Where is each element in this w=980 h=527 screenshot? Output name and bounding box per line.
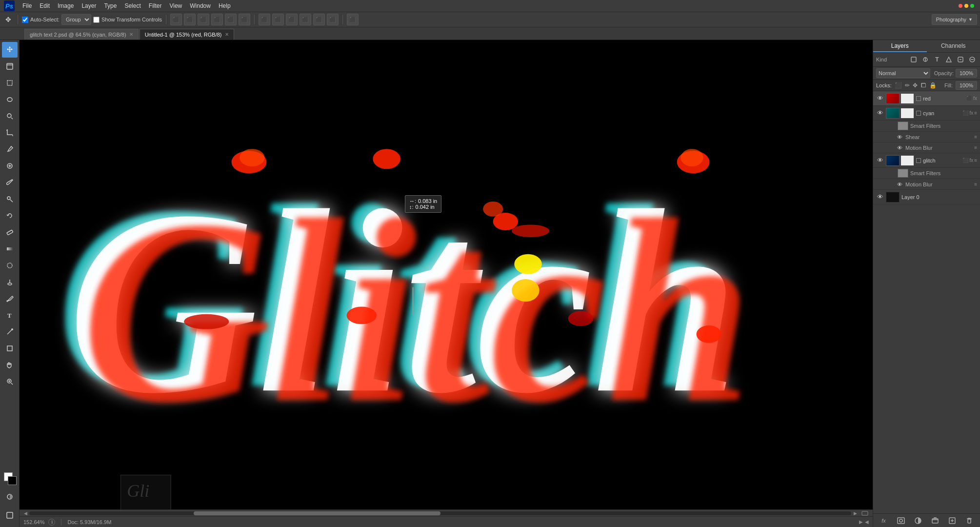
quick-select-tool[interactable] — [2, 108, 18, 124]
type-tool[interactable]: T — [2, 307, 18, 323]
history-brush-tool[interactable] — [2, 208, 18, 223]
pen-tool[interactable] — [2, 291, 18, 306]
align-left-btn[interactable]: ⬛ — [170, 14, 182, 25]
distribute-left-btn[interactable]: ⬛ — [259, 14, 270, 25]
menu-file[interactable]: File — [19, 1, 36, 10]
align-right-btn[interactable]: ⬛ — [198, 14, 209, 25]
filter-shear[interactable]: 👁 Shear ≡ — [873, 132, 980, 142]
artboard-tool[interactable] — [2, 59, 18, 74]
lock-position-btn[interactable]: ✥ — [913, 82, 918, 89]
filter-smart-btn[interactable] — [956, 55, 965, 64]
info-icon[interactable]: ℹ — [48, 519, 55, 526]
add-mask-btn[interactable] — [896, 515, 906, 526]
dodge-tool[interactable] — [2, 274, 18, 290]
shear-vis[interactable]: 👁 — [896, 133, 903, 141]
quick-mask-btn[interactable] — [2, 489, 18, 505]
layer-glitch-visibility[interactable]: 👁 — [876, 157, 884, 164]
background-color[interactable] — [8, 476, 17, 485]
filter-motion-blur-glitch[interactable]: 👁 Motion Blur ≡ — [873, 179, 980, 190]
menu-view[interactable]: View — [165, 1, 186, 10]
heal-tool[interactable] — [2, 158, 18, 174]
lasso-tool[interactable] — [2, 92, 18, 107]
crop-tool[interactable] — [2, 125, 18, 141]
play-btn[interactable]: ▶ — [859, 519, 863, 525]
prev-frame-btn[interactable]: ◀ — [865, 519, 869, 525]
clone-stamp-tool[interactable] — [2, 191, 18, 207]
align-bottom-btn[interactable]: ⬛ — [239, 14, 250, 25]
distribute-center-h-btn[interactable]: ⬛ — [272, 14, 284, 25]
delete-layer-btn[interactable] — [964, 515, 975, 526]
motion-blur-glitch-vis[interactable]: 👁 — [896, 181, 903, 188]
close-button[interactable] — [970, 4, 974, 8]
layer-0-visibility[interactable]: 👁 — [876, 193, 884, 201]
hand-tool[interactable] — [2, 357, 18, 373]
filter-type-btn[interactable]: T — [932, 55, 942, 64]
layer-cyan-visibility[interactable]: 👁 — [876, 109, 884, 117]
distribute-right-btn[interactable]: ⬛ — [286, 14, 298, 25]
tab-untitled[interactable]: Untitled-1 @ 153% (red, RGB/8) ✕ — [140, 29, 234, 40]
lock-all-btn[interactable]: 🔒 — [929, 82, 937, 89]
filter-motion-blur-cyan[interactable]: 👁 Motion Blur ≡ — [873, 142, 980, 153]
distribute-bottom-btn[interactable]: ⬛ — [327, 14, 339, 25]
tab-channels[interactable]: Channels — [927, 40, 980, 52]
layer-glitch-expand-icon[interactable]: ≡ — [974, 158, 977, 163]
shape-tool[interactable] — [2, 341, 18, 356]
menu-window[interactable]: Window — [186, 1, 215, 10]
new-fill-adj-btn[interactable] — [913, 515, 923, 526]
gradient-tool[interactable] — [2, 241, 18, 257]
layer-glitch[interactable]: 👁 glitch ⬛ fx ≡ — [873, 153, 980, 168]
menu-help[interactable]: Help — [215, 1, 235, 10]
motion-blur-cyan-vis[interactable]: 👁 — [896, 144, 903, 152]
filter-toggle-btn[interactable] — [967, 55, 977, 64]
scroll-left-btn[interactable]: ◀ — [21, 510, 29, 517]
eraser-tool[interactable] — [2, 224, 18, 240]
scroll-track[interactable] — [29, 511, 851, 515]
lock-transparent-btn[interactable]: ⬛ — [895, 82, 902, 89]
layer-0[interactable]: 👁 Layer 0 — [873, 190, 980, 204]
distribute-top-btn[interactable]: ⬛ — [300, 14, 311, 25]
add-fx-btn[interactable]: fx — [879, 515, 889, 526]
menu-image[interactable]: Image — [54, 1, 78, 10]
filter-shape-btn[interactable] — [944, 55, 954, 64]
layer-red[interactable]: 👁 red ⬛ fx — [873, 91, 980, 106]
layer-cyan-expand-icon[interactable]: ≡ — [974, 110, 977, 116]
opacity-input[interactable] — [956, 69, 977, 78]
layer-red-visibility[interactable]: 👁 — [876, 95, 884, 102]
eyedropper-tool[interactable] — [2, 142, 18, 157]
align-center-h-btn[interactable]: ⬛ — [184, 14, 196, 25]
arrange-btn[interactable]: ⬛ — [347, 14, 359, 25]
close-tab-0[interactable]: ✕ — [129, 32, 133, 37]
blur-tool[interactable] — [2, 258, 18, 273]
scroll-right-btn[interactable]: ▶ — [851, 510, 859, 517]
brush-tool[interactable] — [2, 175, 18, 190]
new-layer-btn[interactable] — [947, 515, 958, 526]
close-tab-1[interactable]: ✕ — [225, 32, 229, 37]
menu-edit[interactable]: Edit — [36, 1, 54, 10]
scroll-thumb[interactable] — [194, 511, 440, 515]
horizontal-scrollbar[interactable]: ◀ ▶ — [20, 509, 873, 516]
marquee-tool[interactable] — [2, 75, 18, 91]
distribute-middle-btn[interactable]: ⬛ — [313, 14, 325, 25]
menu-layer[interactable]: Layer — [78, 1, 100, 10]
lock-artboard-btn[interactable]: ⧠ — [920, 82, 926, 89]
tab-glitch-text[interactable]: glitch text 2.psd @ 64.5% (cyan, RGB/8) … — [24, 29, 139, 40]
menu-type[interactable]: Type — [100, 1, 120, 10]
filter-pixel-btn[interactable] — [909, 55, 919, 64]
maximize-button[interactable] — [964, 4, 968, 8]
zoom-tool[interactable] — [2, 374, 18, 389]
timeline-btn[interactable] — [859, 510, 871, 517]
menu-select[interactable]: Select — [120, 1, 144, 10]
move-tool[interactable] — [2, 42, 18, 58]
menu-filter[interactable]: Filter — [145, 1, 166, 10]
path-select-tool[interactable] — [2, 324, 18, 340]
minimize-button[interactable] — [959, 4, 962, 8]
tab-layers[interactable]: Layers — [873, 40, 927, 52]
group-select[interactable]: Group Layer — [61, 14, 91, 25]
fill-input[interactable] — [956, 81, 977, 90]
layer-cyan[interactable]: 👁 cyan ⬛ fx ≡ — [873, 106, 980, 121]
align-top-btn[interactable]: ⬛ — [211, 14, 223, 25]
show-transform-checkbox[interactable] — [93, 17, 100, 23]
lock-image-btn[interactable]: ✏ — [905, 82, 910, 89]
screen-mode-btn[interactable] — [2, 507, 18, 523]
align-middle-btn[interactable]: ⬛ — [225, 14, 237, 25]
